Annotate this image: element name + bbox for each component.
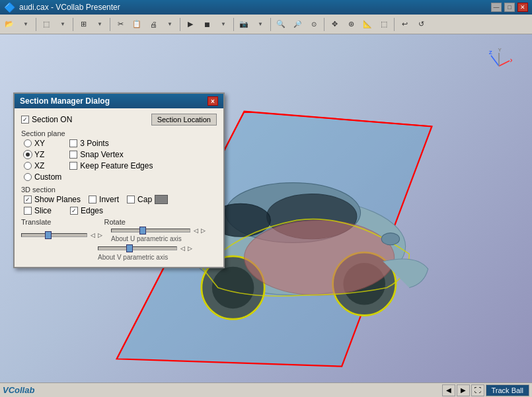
cap-color-swatch[interactable] bbox=[155, 195, 168, 204]
explode-button[interactable]: ⊛ bbox=[343, 17, 359, 32]
custom-label: Custom bbox=[34, 172, 61, 182]
expand-button[interactable]: ⛶ bbox=[471, 384, 484, 396]
snap-vertex-checkbox[interactable] bbox=[69, 151, 77, 159]
translate-slider-track[interactable] bbox=[21, 233, 87, 237]
play-button[interactable]: ▶ bbox=[182, 17, 198, 32]
cap-checkbox[interactable] bbox=[127, 196, 135, 203]
section-manager-dialog: Section Manager Dialog × Section ON Sect… bbox=[13, 92, 225, 268]
translate-slider-thumb[interactable] bbox=[45, 231, 52, 239]
copy-button[interactable]: 📋 bbox=[129, 17, 145, 32]
toolbar-sep-7 bbox=[324, 18, 324, 31]
invert-label: Invert bbox=[99, 195, 119, 204]
rotate-u-arrows[interactable]: ◁ ▷ bbox=[193, 227, 206, 234]
translate-slider-arrows[interactable]: ◁ ▷ bbox=[90, 232, 103, 238]
keep-feature-edges-label: Keep Feature Edges bbox=[80, 161, 153, 170]
dialog-titlebar[interactable]: Section Manager Dialog × bbox=[15, 94, 223, 108]
fit-dropdown[interactable]: ▼ bbox=[55, 17, 71, 32]
rotate-v-arrows[interactable]: ◁ ▷ bbox=[180, 245, 193, 252]
rotate-v-slider-thumb[interactable] bbox=[126, 244, 133, 252]
about-u-label: About U parametric axis bbox=[111, 235, 206, 242]
xz-radio[interactable] bbox=[24, 162, 32, 170]
svg-line-2 bbox=[499, 61, 510, 66]
trackball-label[interactable]: Track Ball bbox=[486, 384, 530, 396]
yz-radio[interactable] bbox=[24, 151, 32, 159]
fit-button[interactable]: ⬚ bbox=[38, 17, 54, 32]
stop-button[interactable]: ⏹ bbox=[199, 17, 215, 32]
section-plane-label: Section plane bbox=[21, 129, 217, 137]
section-on-label: Section ON bbox=[32, 115, 72, 124]
main-area: Z X Y bbox=[0, 34, 532, 397]
rotate-u-slider-track[interactable] bbox=[111, 229, 190, 233]
snap-vertex-label: Snap Vertex bbox=[80, 150, 123, 159]
axis-indicator: Z X Y bbox=[486, 48, 512, 74]
grid-dropdown[interactable]: ▼ bbox=[92, 17, 108, 32]
section-on-checkbox[interactable] bbox=[21, 116, 29, 124]
custom-radio[interactable] bbox=[24, 173, 32, 181]
svg-text:Y: Y bbox=[498, 48, 502, 53]
app-title: audi.cax - VCollab Presenter bbox=[19, 3, 120, 12]
titlebar: 🔷 audi.cax - VCollab Presenter — □ ✕ bbox=[0, 0, 532, 15]
open-dropdown[interactable]: ▼ bbox=[18, 17, 34, 32]
edges-label: Edges bbox=[81, 206, 103, 215]
toolbar-sep-3 bbox=[110, 18, 110, 31]
zoom-out-button[interactable]: 🔎 bbox=[289, 17, 305, 32]
translate-right-arrow[interactable]: ▷ bbox=[97, 232, 103, 238]
rotate-cw-button[interactable]: ↩ bbox=[397, 17, 412, 32]
nav-buttons: ◀ ▶ ⛶ Track Ball bbox=[442, 384, 530, 396]
print-dropdown[interactable]: ▼ bbox=[162, 17, 178, 32]
dialog-body: Section ON Section Location Section plan… bbox=[15, 108, 223, 267]
grid-button[interactable]: ⊞ bbox=[75, 17, 91, 32]
next-button[interactable]: ▶ bbox=[457, 384, 470, 396]
camera-dropdown[interactable]: ▼ bbox=[252, 17, 268, 32]
about-v-label: About V parametric axis bbox=[98, 254, 168, 261]
show-planes-label: Show Planes bbox=[34, 195, 81, 204]
show-planes-checkbox[interactable] bbox=[24, 196, 32, 203]
dialog-close-button[interactable]: × bbox=[208, 96, 218, 106]
print-button[interactable]: 🖨 bbox=[145, 17, 161, 32]
edges-checkbox[interactable] bbox=[70, 207, 78, 215]
anim-dropdown[interactable]: ▼ bbox=[215, 17, 231, 32]
svg-text:Z: Z bbox=[489, 50, 492, 55]
toolbar-sep-1 bbox=[36, 18, 36, 31]
section-location-button[interactable]: Section Location bbox=[151, 114, 217, 126]
three-points-label: 3 Points bbox=[80, 139, 108, 148]
reset-button[interactable]: ↺ bbox=[413, 17, 429, 32]
rotate-u-right-arrow[interactable]: ▷ bbox=[200, 227, 206, 234]
svg-line-0 bbox=[491, 55, 499, 66]
keep-feature-edges-checkbox[interactable] bbox=[69, 162, 77, 170]
camera-button[interactable]: 📷 bbox=[236, 17, 252, 32]
translate-label: Translate bbox=[21, 218, 51, 226]
rotate-u-left-arrow[interactable]: ◁ bbox=[193, 227, 199, 234]
maximize-button[interactable]: □ bbox=[504, 3, 515, 12]
slice-checkbox[interactable] bbox=[24, 207, 32, 215]
prev-button[interactable]: ◀ bbox=[442, 384, 455, 396]
toolbar-sep-8 bbox=[394, 18, 395, 31]
xy-radio[interactable] bbox=[24, 139, 32, 147]
rotate-u-slider-thumb[interactable] bbox=[139, 227, 146, 235]
toolbar: 📂 ▼ ⬚ ▼ ⊞ ▼ ✂ 📋 🖨 ▼ ▶ ⏹ ▼ 📷 ▼ 🔍 🔎 ⊙ ✥ ⊛ … bbox=[0, 15, 532, 34]
zoom-in-button[interactable]: 🔍 bbox=[273, 17, 289, 32]
xz-label: XZ bbox=[34, 161, 44, 170]
toolbar-sep-6 bbox=[270, 18, 271, 31]
rotate-v-left-arrow[interactable]: ◁ bbox=[180, 245, 186, 252]
svg-text:X: X bbox=[510, 57, 512, 63]
invert-checkbox[interactable] bbox=[89, 196, 96, 203]
measure-button[interactable]: 📐 bbox=[360, 17, 375, 32]
close-button[interactable]: ✕ bbox=[517, 3, 528, 12]
minimize-button[interactable]: — bbox=[491, 3, 502, 12]
section-button[interactable]: ⬚ bbox=[376, 17, 392, 32]
three-points-checkbox[interactable] bbox=[69, 139, 77, 147]
xy-label: XY bbox=[34, 139, 45, 148]
open-button[interactable]: 📂 bbox=[1, 17, 17, 32]
viewport[interactable]: Z X Y bbox=[0, 34, 532, 397]
move-button[interactable]: ✥ bbox=[326, 17, 342, 32]
slice-label: Slice bbox=[34, 206, 52, 215]
cut-button[interactable]: ✂ bbox=[112, 17, 128, 32]
rotate-v-right-arrow[interactable]: ▷ bbox=[187, 245, 193, 252]
toolbar-sep-2 bbox=[73, 18, 73, 31]
zoom-fit-button[interactable]: ⊙ bbox=[306, 17, 322, 32]
bottom-bar: VCollab ◀ ▶ ⛶ Track Ball bbox=[0, 382, 532, 397]
translate-left-arrow[interactable]: ◁ bbox=[90, 232, 96, 238]
rotate-v-slider-track[interactable] bbox=[98, 246, 177, 250]
3d-section-label: 3D section bbox=[21, 186, 217, 194]
